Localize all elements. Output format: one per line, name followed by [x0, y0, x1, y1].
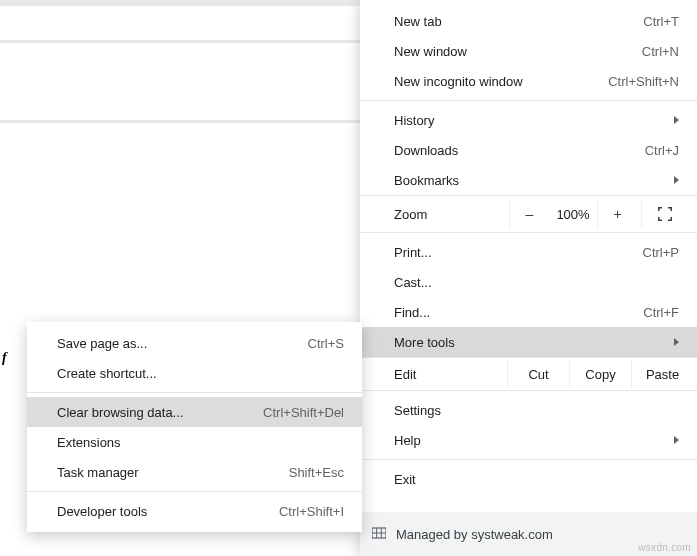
shortcut-text: Ctrl+Shift+N	[608, 74, 679, 89]
more-tools-submenu: Save page as... Ctrl+S Create shortcut..…	[27, 322, 362, 532]
edit-label: Edit	[394, 367, 507, 382]
shortcut-text: Ctrl+T	[643, 14, 679, 29]
shortcut-text: Ctrl+N	[642, 44, 679, 59]
menu-cast[interactable]: Cast...	[360, 267, 697, 297]
menu-bookmarks[interactable]: Bookmarks	[360, 165, 697, 195]
menu-label: New window	[394, 44, 642, 59]
menu-label: Cast...	[394, 275, 679, 290]
domain-icon	[372, 526, 386, 543]
submenu-clear-browsing-data[interactable]: Clear browsing data... Ctrl+Shift+Del	[27, 397, 362, 427]
menu-new-window[interactable]: New window Ctrl+N	[360, 36, 697, 66]
menu-label: Settings	[394, 403, 679, 418]
menu-label: Extensions	[57, 435, 344, 450]
menu-settings[interactable]: Settings	[360, 395, 697, 425]
shortcut-text: Ctrl+Shift+Del	[263, 405, 344, 420]
menu-label: New incognito window	[394, 74, 608, 89]
watermark: wsxdn.com	[638, 542, 691, 553]
menu-label: Print...	[394, 245, 643, 260]
paste-button[interactable]: Paste	[631, 360, 693, 388]
zoom-label: Zoom	[394, 207, 509, 222]
menu-label: Developer tools	[57, 504, 279, 519]
submenu-task-manager[interactable]: Task manager Shift+Esc	[27, 457, 362, 487]
shortcut-text: Ctrl+S	[308, 336, 344, 351]
zoom-in-button[interactable]: +	[597, 199, 637, 229]
menu-label: Downloads	[394, 143, 645, 158]
shortcut-text: Ctrl+J	[645, 143, 679, 158]
submenu-save-page[interactable]: Save page as... Ctrl+S	[27, 328, 362, 358]
cut-button[interactable]: Cut	[507, 360, 569, 388]
menu-label: More tools	[394, 335, 666, 350]
submenu-create-shortcut[interactable]: Create shortcut...	[27, 358, 362, 388]
menu-history[interactable]: History	[360, 105, 697, 135]
menu-more-tools[interactable]: More tools	[360, 327, 697, 357]
fullscreen-button[interactable]	[641, 199, 687, 229]
zoom-percent: 100%	[549, 207, 597, 222]
chrome-main-menu: New tab Ctrl+T New window Ctrl+N New inc…	[360, 0, 697, 556]
menu-label: Exit	[394, 472, 679, 487]
menu-label: New tab	[394, 14, 643, 29]
menu-label: History	[394, 113, 666, 128]
menu-exit[interactable]: Exit	[360, 464, 697, 494]
chevron-right-icon	[674, 116, 679, 124]
menu-new-tab[interactable]: New tab Ctrl+T	[360, 6, 697, 36]
menu-print[interactable]: Print... Ctrl+P	[360, 237, 697, 267]
separator	[27, 392, 362, 393]
menu-new-incognito[interactable]: New incognito window Ctrl+Shift+N	[360, 66, 697, 96]
chevron-right-icon	[674, 436, 679, 444]
menu-label: Find...	[394, 305, 643, 320]
submenu-extensions[interactable]: Extensions	[27, 427, 362, 457]
fullscreen-icon	[658, 207, 672, 221]
menu-label: Create shortcut...	[57, 366, 344, 381]
shortcut-text: Ctrl+Shift+I	[279, 504, 344, 519]
separator	[27, 491, 362, 492]
submenu-developer-tools[interactable]: Developer tools Ctrl+Shift+I	[27, 496, 362, 526]
menu-label: Bookmarks	[394, 173, 666, 188]
background-bar	[0, 0, 360, 6]
menu-edit: Edit Cut Copy Paste	[360, 357, 697, 391]
menu-label: Help	[394, 433, 666, 448]
separator	[360, 459, 697, 460]
menu-help[interactable]: Help	[360, 425, 697, 455]
shortcut-text: Shift+Esc	[289, 465, 344, 480]
menu-find[interactable]: Find... Ctrl+F	[360, 297, 697, 327]
zoom-out-button[interactable]: –	[509, 199, 549, 229]
separator	[360, 100, 697, 101]
menu-label: Save page as...	[57, 336, 308, 351]
managed-text: Managed by systweak.com	[396, 527, 553, 542]
background-char: f	[2, 350, 7, 366]
chevron-right-icon	[674, 338, 679, 346]
menu-label: Task manager	[57, 465, 289, 480]
background-bar	[0, 120, 360, 123]
menu-zoom: Zoom – 100% +	[360, 195, 697, 233]
shortcut-text: Ctrl+P	[643, 245, 679, 260]
menu-label: Clear browsing data...	[57, 405, 263, 420]
copy-button[interactable]: Copy	[569, 360, 631, 388]
shortcut-text: Ctrl+F	[643, 305, 679, 320]
background-bar	[0, 40, 360, 43]
menu-downloads[interactable]: Downloads Ctrl+J	[360, 135, 697, 165]
chevron-right-icon	[674, 176, 679, 184]
